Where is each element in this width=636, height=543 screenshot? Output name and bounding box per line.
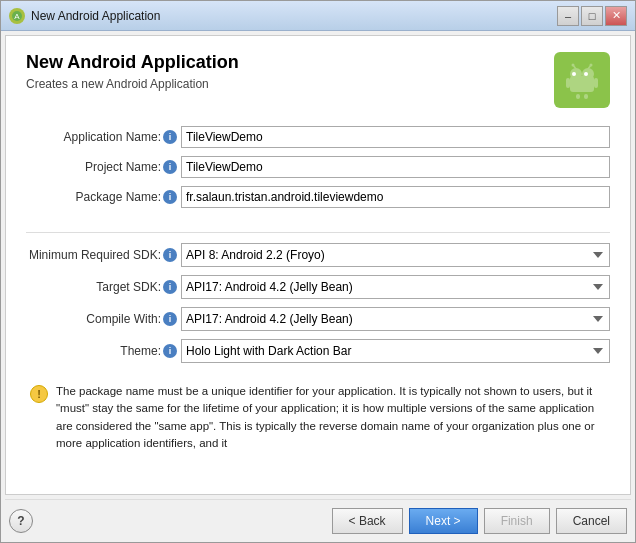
main-window: A New Android Application – □ ✕ New Andr… [0,0,636,543]
app-name-label: Application Name: i [26,130,181,144]
window-title: New Android Application [31,9,557,23]
package-name-info-icon[interactable]: i [163,190,177,204]
svg-point-5 [572,72,576,76]
svg-rect-9 [576,94,580,99]
compile-with-row: Compile With: i API17: Android 4.2 (Jell… [26,307,610,331]
info-box: ! The package name must be a unique iden… [26,377,610,458]
window-icon: A [9,8,25,24]
project-name-row: Project Name: i [26,156,610,178]
svg-rect-7 [566,78,570,88]
target-sdk-row: Target SDK: i API17: Android 4.2 (Jelly … [26,275,610,299]
package-name-row: Package Name: i [26,186,610,208]
sdk-section: Minimum Required SDK: i API 8: Android 2… [26,243,610,363]
button-group: < Back Next > Finish Cancel [332,508,627,534]
svg-point-14 [590,64,593,67]
svg-rect-8 [594,78,598,88]
dialog-title: New Android Application [26,52,544,73]
next-button[interactable]: Next > [409,508,478,534]
min-sdk-select[interactable]: API 8: Android 2.2 (Froyo) API 1: Androi… [181,243,610,267]
app-name-info-icon[interactable]: i [163,130,177,144]
target-sdk-select[interactable]: API17: Android 4.2 (Jelly Bean) API 1: A… [181,275,610,299]
theme-label: Theme: i [26,344,181,358]
maximize-button[interactable]: □ [581,6,603,26]
bottom-bar: ? < Back Next > Finish Cancel [5,499,631,538]
project-name-input[interactable] [181,156,610,178]
min-sdk-label: Minimum Required SDK: i [26,248,181,262]
package-name-label: Package Name: i [26,190,181,204]
target-sdk-info-icon[interactable]: i [163,280,177,294]
theme-select[interactable]: Holo Light with Dark Action Bar Holo Lig… [181,339,610,363]
theme-info-icon[interactable]: i [163,344,177,358]
min-sdk-row: Minimum Required SDK: i API 8: Android 2… [26,243,610,267]
form-section: Application Name: i Project Name: i Pack… [26,126,610,208]
svg-rect-10 [584,94,588,99]
theme-row: Theme: i Holo Light with Dark Action Bar… [26,339,610,363]
min-sdk-info-icon[interactable]: i [163,248,177,262]
info-text: The package name must be a unique identi… [56,383,606,452]
compile-with-select[interactable]: API17: Android 4.2 (Jelly Bean) API 1: A… [181,307,610,331]
dialog-subtitle: Creates a new Android Application [26,77,544,91]
android-logo [554,52,610,108]
header-text: New Android Application Creates a new An… [26,52,544,91]
back-button[interactable]: < Back [332,508,403,534]
window-controls: – □ ✕ [557,6,627,26]
project-name-info-icon[interactable]: i [163,160,177,174]
title-bar: A New Android Application – □ ✕ [1,1,635,31]
package-name-input[interactable] [181,186,610,208]
help-button[interactable]: ? [9,509,33,533]
dialog-content: New Android Application Creates a new An… [5,35,631,495]
svg-text:A: A [14,12,20,21]
minimize-button[interactable]: – [557,6,579,26]
finish-button[interactable]: Finish [484,508,550,534]
svg-point-6 [584,72,588,76]
project-name-label: Project Name: i [26,160,181,174]
close-button[interactable]: ✕ [605,6,627,26]
compile-with-info-icon[interactable]: i [163,312,177,326]
cancel-button[interactable]: Cancel [556,508,627,534]
app-name-row: Application Name: i [26,126,610,148]
form-separator [26,232,610,233]
app-name-input[interactable] [181,126,610,148]
warning-icon: ! [30,385,48,403]
target-sdk-label: Target SDK: i [26,280,181,294]
svg-point-13 [572,64,575,67]
header-section: New Android Application Creates a new An… [26,52,610,108]
compile-with-label: Compile With: i [26,312,181,326]
